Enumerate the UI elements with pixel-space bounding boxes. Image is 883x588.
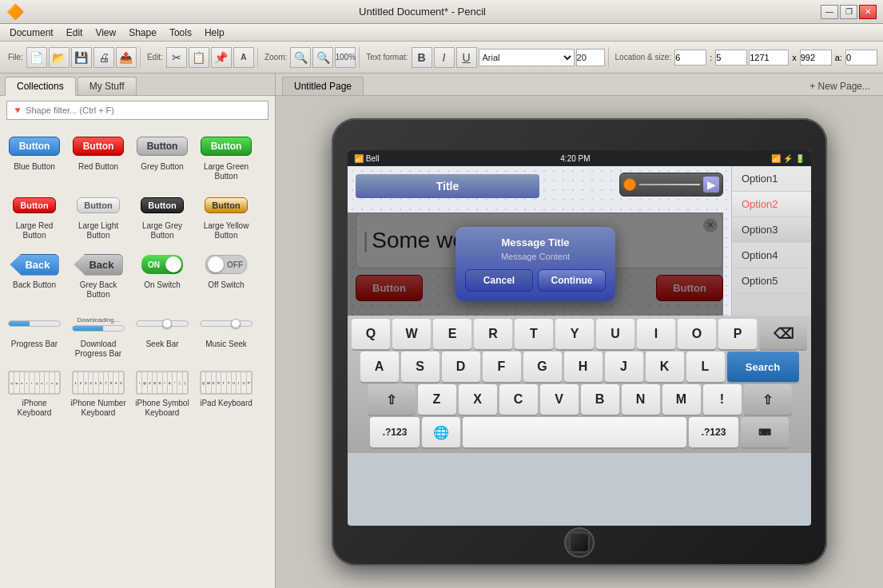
iphone-keyboard-shape[interactable]: qwe rty uio p iPhone Keyboard: [3, 364, 66, 422]
key-l[interactable]: L: [686, 352, 725, 382]
key-y[interactable]: Y: [555, 319, 594, 349]
cut-button[interactable]: ✂: [166, 47, 187, 68]
key-i[interactable]: I: [637, 319, 675, 349]
ipad-keyboard-shape[interactable]: QWE RTY UIO P iPad Keyboard: [195, 364, 257, 422]
download-progress-shape[interactable]: Downloading... Download Progress Bar: [67, 305, 129, 363]
key-backspace[interactable]: ⌫: [759, 319, 807, 349]
location-x-input[interactable]: [674, 50, 706, 66]
back-button-shape[interactable]: Back Back Button: [3, 246, 66, 304]
sidebar-item-option1[interactable]: Option1: [732, 166, 811, 192]
grey-button-shape[interactable]: Button Grey Button: [131, 128, 193, 185]
paste-button[interactable]: 📌: [211, 47, 232, 68]
large-red-button-shape[interactable]: Button Large Red Button: [3, 187, 66, 244]
key-v[interactable]: V: [540, 384, 579, 415]
copy-button[interactable]: 📋: [189, 47, 209, 68]
zoom-out-button[interactable]: 🔍: [312, 47, 333, 68]
key-space[interactable]: [463, 417, 686, 447]
my-stuff-tab[interactable]: My Stuff: [78, 77, 137, 95]
key-number-sym-right[interactable]: .?123: [689, 417, 738, 447]
music-seek-shape[interactable]: Music Seek: [195, 305, 257, 363]
key-number-sym-left[interactable]: .?123: [370, 417, 420, 447]
restore-button[interactable]: ❐: [840, 5, 857, 19]
italic-button[interactable]: I: [434, 47, 455, 68]
key-n[interactable]: N: [622, 384, 660, 415]
sidebar-item-option2[interactable]: Option2: [732, 192, 811, 217]
shape-filter-input[interactable]: [6, 101, 268, 120]
open-file-button[interactable]: 📂: [49, 47, 70, 68]
dialog-continue-button[interactable]: Continue: [538, 269, 606, 292]
iphone-symbol-keyboard-shape[interactable]: !@# $%^ &*( ) iPhone Symbol Keyboard: [131, 364, 193, 422]
font-size-input[interactable]: [576, 49, 605, 66]
red-button-shape[interactable]: Button Red Button: [67, 128, 129, 185]
new-page-button[interactable]: + New Page...: [803, 79, 877, 93]
format-button[interactable]: A: [233, 47, 254, 68]
key-k[interactable]: K: [646, 352, 684, 382]
key-b[interactable]: B: [581, 384, 619, 415]
ipad-segmented-control[interactable]: ▶: [619, 173, 723, 197]
key-d[interactable]: D: [442, 352, 480, 382]
large-green-button-shape[interactable]: Button Large Green Button: [195, 128, 257, 185]
key-f[interactable]: F: [483, 352, 521, 382]
width-input[interactable]: [749, 50, 789, 66]
key-w[interactable]: W: [392, 319, 431, 349]
on-switch-shape[interactable]: ON On Switch: [131, 246, 193, 304]
large-light-button-shape[interactable]: Button Large Light Button: [67, 187, 129, 244]
collections-tab[interactable]: Collections: [5, 77, 76, 96]
menu-view[interactable]: View: [89, 26, 122, 40]
font-family-select[interactable]: Arial: [479, 49, 575, 66]
save-file-button[interactable]: 💾: [71, 47, 92, 68]
key-a[interactable]: A: [360, 352, 399, 382]
key-exclaim[interactable]: !: [703, 384, 742, 415]
bold-button[interactable]: B: [412, 47, 432, 68]
key-shift-left[interactable]: ⇧: [368, 384, 416, 415]
key-globe[interactable]: 🌐: [422, 417, 460, 447]
key-search[interactable]: Search: [727, 352, 799, 382]
key-h[interactable]: H: [564, 352, 603, 382]
seek-bar-shape[interactable]: Seek Bar: [131, 305, 193, 363]
large-grey-button-shape[interactable]: Button Large Grey Button: [131, 187, 193, 244]
key-dismiss[interactable]: ⌨: [741, 417, 789, 447]
menu-document[interactable]: Document: [3, 26, 60, 40]
key-j[interactable]: J: [605, 352, 643, 382]
iphone-number-keyboard-shape[interactable]: 123 456 789 0 iPhone Number Keyboard: [67, 364, 129, 422]
menu-help[interactable]: Help: [198, 26, 231, 40]
menu-shape[interactable]: Shape: [122, 26, 163, 40]
key-q[interactable]: Q: [352, 319, 390, 349]
key-t[interactable]: T: [515, 319, 553, 349]
off-switch-shape[interactable]: OFF Off Switch: [195, 246, 257, 304]
menu-tools[interactable]: Tools: [163, 26, 198, 40]
print-button[interactable]: 🖨: [93, 47, 114, 68]
zoom-in-button[interactable]: 🔍: [290, 47, 311, 68]
key-r[interactable]: R: [474, 319, 512, 349]
angle-input[interactable]: [845, 50, 877, 66]
height-input[interactable]: [800, 50, 832, 66]
underline-button[interactable]: U: [456, 47, 477, 68]
zoom-reset-button[interactable]: 100%: [335, 47, 356, 68]
grey-back-button-shape[interactable]: Back Grey Back Button: [67, 246, 129, 304]
key-u[interactable]: U: [596, 319, 634, 349]
key-p[interactable]: P: [718, 319, 757, 349]
key-g[interactable]: G: [523, 352, 562, 382]
sidebar-item-option5[interactable]: Option5: [732, 268, 811, 294]
export-button[interactable]: 📤: [116, 47, 137, 68]
large-yellow-button-shape[interactable]: Button Large Yellow Button: [195, 187, 257, 244]
location-y-input[interactable]: [715, 50, 747, 66]
menu-edit[interactable]: Edit: [60, 26, 89, 40]
ipad-home-button[interactable]: [564, 527, 595, 558]
sidebar-item-option4[interactable]: Option4: [732, 243, 811, 268]
close-button[interactable]: ✕: [859, 5, 877, 19]
blue-button-shape[interactable]: Button Blue Button: [3, 128, 66, 185]
key-c[interactable]: C: [499, 384, 538, 415]
dialog-cancel-button[interactable]: Cancel: [465, 269, 533, 292]
untitled-page-tab[interactable]: Untitled Page: [282, 77, 364, 95]
key-z[interactable]: Z: [418, 384, 456, 415]
key-e[interactable]: E: [433, 319, 471, 349]
key-m[interactable]: M: [662, 384, 701, 415]
key-o[interactable]: O: [678, 319, 716, 349]
minimize-button[interactable]: —: [821, 5, 838, 19]
key-s[interactable]: S: [401, 352, 440, 382]
key-x[interactable]: X: [459, 384, 497, 415]
progress-bar-shape[interactable]: Progress Bar: [3, 305, 66, 363]
key-shift-right[interactable]: ⇧: [744, 384, 792, 415]
new-file-button[interactable]: 📄: [26, 47, 47, 68]
